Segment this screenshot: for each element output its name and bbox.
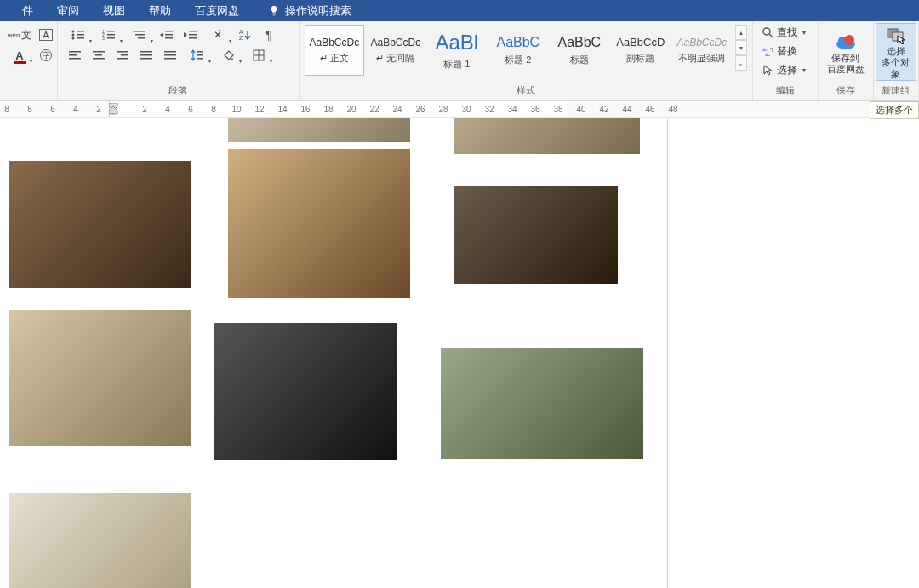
shading-button[interactable]: ▾ [214, 46, 243, 65]
style-name: 标题 1 [443, 58, 470, 71]
style-scroll-down[interactable]: ▾ [735, 40, 747, 55]
select-label: 选择 [777, 63, 797, 77]
borders-button[interactable]: ▾ [244, 46, 273, 65]
ruler-tick: 4 [73, 105, 78, 114]
find-label: 查找 [777, 26, 797, 40]
phonetic-guide-button[interactable]: wén 文 [6, 26, 33, 44]
enclose-characters-button[interactable]: 字 [35, 46, 57, 65]
inserted-image[interactable] [441, 348, 643, 459]
ruler-tick: 46 [645, 105, 654, 114]
paint-bucket-icon [222, 49, 234, 61]
style-name: 副标题 [626, 52, 654, 65]
line-spacing-button[interactable]: ▾ [183, 46, 212, 65]
menu-help[interactable]: 帮助 [137, 0, 183, 21]
align-left-button[interactable] [64, 46, 86, 65]
svg-point-4 [72, 37, 75, 40]
svg-rect-1 [77, 31, 84, 32]
ruler-tick: 38 [553, 105, 562, 114]
document-area[interactable] [0, 118, 919, 588]
svg-rect-3 [77, 34, 84, 36]
ruler-tick: 32 [484, 105, 494, 114]
font-group-label [0, 85, 57, 100]
inserted-image[interactable] [9, 310, 191, 446]
svg-point-44 [763, 28, 770, 35]
svg-rect-27 [95, 54, 102, 56]
svg-rect-25 [69, 58, 81, 60]
increase-indent-button[interactable] [180, 26, 202, 44]
asian-layout-button[interactable]: ✕̂▾ [203, 26, 232, 44]
ruler-tick: 6 [188, 105, 193, 114]
menubar: 件 审阅 视图 帮助 百度网盘 操作说明搜索 [0, 0, 919, 21]
ruler-tick: 28 [438, 105, 448, 114]
find-button[interactable]: 查找▾ [758, 23, 809, 42]
align-center-button[interactable] [88, 46, 110, 65]
multilevel-list-button[interactable]: ▾ [125, 26, 154, 44]
select-multiple-button[interactable]: 选择多个对象 [876, 23, 916, 81]
replace-button[interactable]: abac 替换 [758, 42, 801, 60]
style-item[interactable]: AaBbCcDc不明显强调 [672, 25, 732, 76]
ruler-tick: 42 [599, 105, 608, 114]
decrease-indent-button[interactable] [156, 26, 178, 44]
align-justify-button[interactable] [135, 46, 157, 65]
menu-file[interactable]: 件 [10, 0, 45, 21]
ruler-tick: 30 [461, 105, 471, 114]
align-distributed-icon [164, 50, 176, 60]
svg-rect-12 [133, 31, 145, 32]
edit-group: 查找▾ abac 替换 选择▾ 编辑 [753, 21, 819, 100]
character-border-button[interactable]: A [35, 26, 57, 44]
bullets-button[interactable]: ▾ [64, 26, 93, 44]
svg-text:ac: ac [765, 52, 770, 57]
style-gallery[interactable]: AaBbCcDc↵ 正文AaBbCcDc↵ 无间隔AaBl标题 1AaBbC标题… [305, 25, 733, 76]
style-preview: AaBbCcDc [370, 37, 420, 49]
sort-button[interactable]: AZ [234, 26, 256, 44]
indent-marker-icon[interactable] [109, 103, 119, 115]
menu-review[interactable]: 审阅 [45, 0, 91, 21]
style-name: 标题 2 [505, 54, 531, 66]
style-name: ↵ 无间隔 [376, 52, 414, 65]
show-marks-button[interactable]: ¶ [258, 26, 280, 44]
style-preview: AaBbCcD [616, 36, 665, 49]
svg-rect-29 [117, 51, 128, 53]
menu-baidu[interactable]: 百度网盘 [183, 0, 251, 21]
style-item[interactable]: AaBbCcDc↵ 正文 [305, 25, 364, 76]
inserted-image[interactable] [9, 161, 191, 288]
inserted-image[interactable] [228, 118, 410, 142]
align-distributed-button[interactable] [159, 46, 181, 65]
inserted-image[interactable] [214, 323, 397, 460]
svg-rect-15 [165, 31, 173, 32]
baidu-save-label: 保存 [819, 83, 873, 100]
save-to-baidu-button[interactable]: 保存到百度网盘 [819, 21, 873, 83]
style-item[interactable]: AaBbC标题 [550, 25, 609, 76]
style-item[interactable]: AaBbCcD副标题 [611, 25, 671, 76]
ruler-tick: 36 [530, 105, 539, 114]
svg-rect-17 [165, 37, 173, 39]
style-item[interactable]: AaBbCcDc↵ 无间隔 [366, 25, 425, 76]
style-preview: AaBl [435, 31, 478, 54]
style-expand[interactable]: ⌄ [735, 55, 747, 71]
inserted-image[interactable] [228, 149, 410, 298]
line-spacing-icon [191, 49, 204, 61]
styles-group: AaBbCcDc↵ 正文AaBbCcDc↵ 无间隔AaBl标题 1AaBbC标题… [300, 21, 753, 100]
svg-rect-37 [164, 58, 176, 60]
numbering-button[interactable]: 123▾ [94, 26, 123, 44]
menu-view[interactable]: 视图 [91, 0, 137, 21]
inserted-image[interactable] [454, 186, 618, 284]
horizontal-ruler[interactable]: 8864224681012141618202224262830323436384… [0, 101, 919, 118]
font-color-button[interactable]: A ▾ [6, 46, 33, 65]
tell-me-search[interactable]: 操作说明搜索 [256, 0, 363, 21]
select-button[interactable]: 选择▾ [758, 60, 809, 79]
inserted-image[interactable] [9, 493, 191, 588]
svg-rect-24 [69, 54, 77, 56]
svg-rect-19 [189, 34, 197, 36]
align-right-button[interactable] [111, 46, 134, 65]
replace-label: 替换 [777, 44, 797, 59]
ruler-tick: 2 [142, 105, 147, 114]
svg-rect-32 [140, 51, 152, 53]
inserted-image[interactable] [454, 118, 640, 154]
style-scroll-up[interactable]: ▴ [735, 25, 747, 40]
style-item[interactable]: AaBl标题 1 [427, 25, 487, 76]
svg-rect-30 [121, 54, 128, 56]
style-item[interactable]: AaBbC标题 2 [488, 25, 548, 76]
ruler-tick: 8 [27, 105, 32, 114]
style-name: 不明显强调 [678, 52, 725, 65]
